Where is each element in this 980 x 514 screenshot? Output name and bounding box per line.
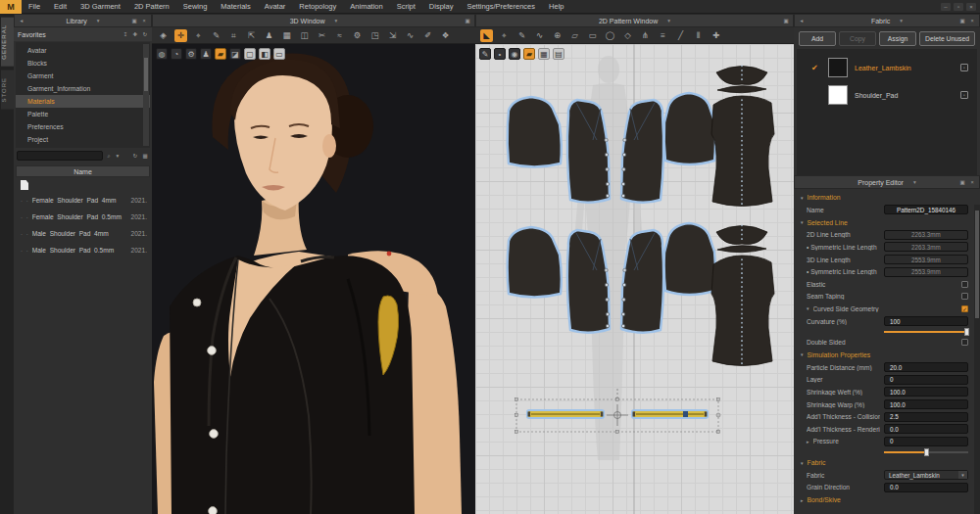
pen-overlay-icon[interactable]: ✎ bbox=[479, 48, 491, 60]
ornament-icon[interactable]: ❖ bbox=[439, 29, 452, 42]
menu-item-materials[interactable]: Materials bbox=[214, 0, 257, 14]
menu-item-2d-pattern[interactable]: 2D Pattern bbox=[127, 0, 176, 14]
filter-caret-icon[interactable]: ▾ bbox=[114, 152, 122, 160]
3d-window-header[interactable]: 3D Window ▾ ▣ bbox=[152, 14, 475, 27]
grid-overlay-icon[interactable]: ▦ bbox=[538, 48, 550, 60]
table-row-male-shoulder-pad-4mm[interactable]: · ·Male_Shoulder_Pad_4mm2021. bbox=[14, 225, 152, 242]
pen-3d-icon[interactable]: ✐ bbox=[421, 29, 434, 42]
menu-item-script[interactable]: Script bbox=[390, 0, 422, 14]
prop-field-particle-distance-mm[interactable]: 20.0 bbox=[884, 362, 968, 372]
close-button[interactable]: × bbox=[966, 3, 976, 11]
tag-icon[interactable]: ▭ bbox=[273, 48, 285, 60]
prop-field-layer[interactable]: 0 bbox=[884, 375, 968, 385]
section-fabric[interactable]: ▾Fabric bbox=[794, 456, 980, 469]
prop-field-name[interactable]: Pattern2D_15840146 bbox=[884, 205, 968, 214]
leather-swatch-icon[interactable]: ▰ bbox=[215, 48, 226, 60]
render-mode-icon[interactable]: ◪ bbox=[229, 48, 241, 60]
sidebar-item-materials[interactable]: Materials bbox=[16, 95, 150, 108]
delete-unused-button[interactable]: Delete Unused bbox=[919, 31, 975, 46]
simulate-icon[interactable]: ◈ bbox=[157, 29, 170, 42]
menu-item-edit[interactable]: Edit bbox=[47, 0, 74, 14]
prop-field-2d-line-length[interactable]: 2263.3mm bbox=[884, 230, 968, 240]
sidebar-item-garment-information[interactable]: Garment_Information bbox=[16, 82, 150, 95]
sidebar-item-preferences[interactable]: Preferences bbox=[16, 120, 150, 133]
pin-panel-icon[interactable]: ◂ bbox=[798, 17, 806, 24]
menu-item-animation[interactable]: Animation bbox=[343, 0, 389, 14]
section-information[interactable]: ▾Information bbox=[794, 191, 980, 204]
section-bond-skive[interactable]: ▸Bond/Skive bbox=[794, 493, 980, 506]
internal-line-icon[interactable]: ╱ bbox=[674, 29, 687, 42]
prop-field-add-l-thickness-rendering-mm[interactable]: 0.0 bbox=[884, 424, 968, 434]
collapse-panel-icon[interactable]: ◂ bbox=[18, 17, 25, 24]
fabric-badge-icon[interactable]: ▫ bbox=[960, 91, 968, 99]
arrange-icon[interactable]: ⇱ bbox=[245, 29, 258, 42]
copy-button[interactable]: Copy bbox=[839, 31, 876, 46]
undock-icon[interactable]: ▣ bbox=[958, 17, 966, 24]
scissors-icon[interactable]: ✂ bbox=[316, 29, 328, 42]
undock-icon[interactable]: ▣ bbox=[958, 178, 966, 186]
dart-icon[interactable]: ◇ bbox=[621, 29, 634, 42]
library-search-input[interactable] bbox=[17, 151, 103, 161]
tack-icon[interactable]: ⌗ bbox=[227, 29, 240, 42]
close-panel-icon[interactable]: × bbox=[968, 178, 976, 186]
prop-field-symmetric-line-length[interactable]: 2553.9mm bbox=[884, 267, 968, 277]
app-logo-icon[interactable]: M bbox=[0, 0, 22, 14]
close-panel-icon[interactable]: × bbox=[140, 17, 148, 24]
prop-field-shrinkage-weft[interactable]: 100.0 bbox=[884, 387, 968, 397]
grid-arrange-icon[interactable]: ▦ bbox=[280, 29, 293, 42]
2d-window-header[interactable]: 2D Pattern Window ▾ ▣ bbox=[475, 14, 794, 27]
notch-icon[interactable]: ⋔ bbox=[639, 29, 652, 42]
library-table-name-header[interactable]: Name bbox=[16, 165, 150, 177]
sidebar-item-project[interactable]: Project bbox=[16, 133, 150, 146]
undock-icon[interactable]: ▣ bbox=[130, 17, 138, 24]
assign-button[interactable]: Assign bbox=[879, 31, 916, 46]
undock-icon[interactable]: ▣ bbox=[782, 17, 790, 24]
prop-select-fabric[interactable]: Leather_Lambskin▾ bbox=[884, 470, 968, 480]
table-row-male-shoulder-pad-0-5mm[interactable]: · ·Male_Shoulder_Pad_0.5mm2021. bbox=[14, 242, 152, 258]
point-overlay-icon[interactable]: • bbox=[494, 48, 506, 60]
style-line-icon[interactable]: ∿ bbox=[404, 29, 416, 42]
gizmo-icon[interactable]: ◳ bbox=[368, 29, 381, 42]
prop-field-grain-direction[interactable]: 0.0 bbox=[884, 483, 968, 492]
prop-field-3d-line-length[interactable]: 2553.9mm bbox=[884, 255, 968, 264]
rectangle-icon[interactable]: ▭ bbox=[586, 29, 599, 42]
menu-item-3d-garment[interactable]: 3D Garment bbox=[74, 0, 127, 14]
prop-field-symmetric-line-length[interactable]: 2263.3mm bbox=[884, 242, 968, 252]
avatar-tool-icon[interactable]: ♟ bbox=[263, 29, 275, 42]
import-icon[interactable]: ↧ bbox=[122, 30, 129, 38]
add-point-icon[interactable]: ✎ bbox=[515, 29, 528, 42]
prop-checkbox-double-sided[interactable] bbox=[961, 339, 968, 346]
circle-overlay-icon[interactable]: ◉ bbox=[509, 48, 520, 60]
section-selected-line[interactable]: ▾Selected Line bbox=[794, 216, 980, 229]
maximize-button[interactable]: ▫ bbox=[954, 3, 963, 11]
edit-curve-icon[interactable]: ∿ bbox=[533, 29, 546, 42]
tab-store[interactable]: STORE bbox=[1, 70, 14, 110]
edit-pattern-icon[interactable]: ⌖ bbox=[498, 29, 511, 42]
window-sync-icon[interactable]: ◫ bbox=[298, 29, 311, 42]
table-row-female-shoulder-pad-0-5mm[interactable]: · ·Female_Shoulder_Pad_0.5mm2021. bbox=[14, 209, 152, 225]
property-editor-scrollbar[interactable] bbox=[974, 205, 980, 514]
fit-icon[interactable]: ⇲ bbox=[386, 29, 399, 42]
section-simulation-properties[interactable]: ▾Simulation Properties bbox=[794, 349, 980, 361]
prop-field-curvature[interactable]: 100 bbox=[884, 316, 968, 326]
library-folder-row[interactable] bbox=[14, 177, 152, 192]
2d-viewport[interactable]: ✎•◉▰▦▤ bbox=[475, 44, 794, 514]
minimize-button[interactable]: – bbox=[941, 3, 951, 11]
sidebar-item-palette[interactable]: Palette bbox=[16, 108, 150, 120]
add-icon[interactable]: ✚ bbox=[131, 30, 139, 38]
settings-gear-icon[interactable]: ⚙ bbox=[351, 29, 364, 42]
show-avatar-icon[interactable]: ♟ bbox=[200, 48, 212, 60]
value-slider[interactable] bbox=[884, 448, 968, 456]
trace-icon[interactable]: ✚ bbox=[710, 29, 722, 42]
swatch-overlay-icon[interactable]: ▰ bbox=[523, 48, 535, 60]
menu-item-sewing[interactable]: Sewing bbox=[176, 0, 215, 14]
library-panel-header[interactable]: ◂ Library ▾ ▣× bbox=[14, 14, 152, 27]
table-row-female-shoulder-pad-4mm[interactable]: · ·Female_Shoulder_Pad_4mm2021. bbox=[14, 192, 152, 209]
favorites-scrollbar[interactable] bbox=[143, 44, 149, 146]
refresh-icon[interactable]: ↻ bbox=[141, 30, 149, 38]
prop-checkbox-curved-side-geometry[interactable] bbox=[961, 305, 968, 312]
polygon-icon[interactable]: ▱ bbox=[568, 29, 581, 42]
menu-item-retopology[interactable]: Retopology bbox=[292, 0, 343, 14]
value-slider[interactable] bbox=[884, 328, 968, 336]
tab-general[interactable]: GENERAL bbox=[1, 18, 14, 67]
